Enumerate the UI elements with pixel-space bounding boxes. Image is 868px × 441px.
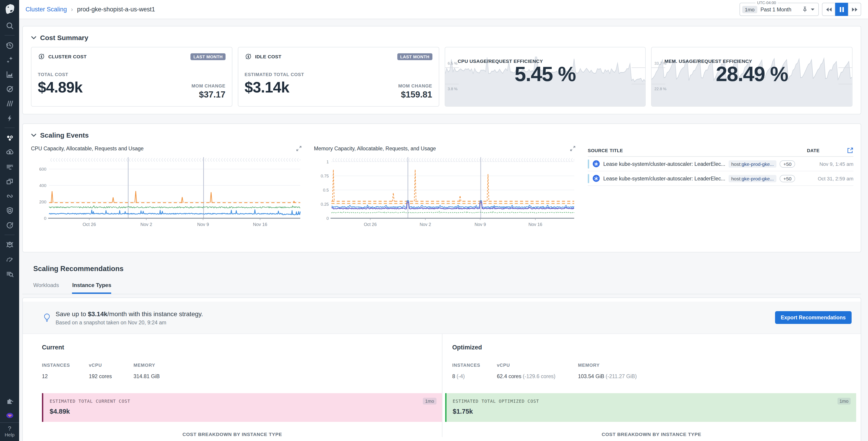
optimized-section: Optimized INSTANCES vCPU MEMORY 8 (-4) 6… bbox=[442, 334, 861, 392]
host-tag[interactable]: host:gke-prod-gke... bbox=[728, 175, 777, 182]
svg-text:0: 0 bbox=[44, 216, 46, 221]
more-tags-pill[interactable]: +50 bbox=[780, 160, 795, 167]
link-infinity-icon bbox=[5, 192, 14, 200]
period-badge: 1mo bbox=[837, 398, 851, 405]
sidebar-item-log-explorer[interactable] bbox=[0, 266, 19, 281]
event-accent-bar bbox=[588, 174, 589, 183]
sidebar-divider bbox=[5, 234, 14, 235]
more-tags-pill[interactable]: +50 bbox=[780, 175, 795, 182]
sidebar-item-error-tracking[interactable] bbox=[0, 238, 19, 252]
event-row[interactable]: Lease kube-system/cluster-autoscaler: Le… bbox=[588, 157, 854, 171]
shield-icon bbox=[5, 206, 14, 215]
idle-cost-title: IDLE COST bbox=[255, 54, 282, 59]
cost-summary-collapse-chevron[interactable] bbox=[31, 36, 36, 39]
time-range-picker[interactable]: UTC-04:00 1mo Past 1 Month bbox=[739, 3, 819, 16]
svg-text:0: 0 bbox=[327, 216, 329, 221]
cpu-eff-low-tick: 3.8 % bbox=[448, 87, 458, 91]
mem-efficiency-title: MEM. USAGE/REQUEST EFFICIENCY bbox=[658, 53, 752, 64]
sidebar-item-dashboards[interactable] bbox=[0, 96, 19, 111]
sidebar-item-search[interactable] bbox=[0, 18, 19, 33]
datadog-logo[interactable] bbox=[0, 0, 19, 18]
optimized-memory-value: 103.54 GiB (-211.27 GiB) bbox=[578, 374, 861, 379]
event-title: Lease kube-system/cluster-autoscaler: Le… bbox=[603, 161, 725, 166]
external-link-icon[interactable] bbox=[847, 147, 854, 154]
expand-chart-icon[interactable] bbox=[296, 145, 302, 152]
current-title: Current bbox=[42, 344, 442, 351]
watchdog-target-icon bbox=[5, 85, 14, 93]
svg-text:Nov 9: Nov 9 bbox=[474, 222, 486, 227]
scaling-recommendations-title: Scaling Recommendations bbox=[33, 265, 123, 273]
export-recommendations-button[interactable]: Export Recommendations bbox=[775, 311, 851, 324]
timezone-label: UTC-04:00 bbox=[755, 0, 778, 5]
sidebar-item-watchdog[interactable] bbox=[0, 82, 19, 96]
sidebar-item-integrations[interactable] bbox=[0, 393, 19, 408]
bug-cube-icon bbox=[5, 240, 14, 249]
sidebar-item-logs[interactable] bbox=[0, 159, 19, 174]
page-content: Cost Summary CLUSTER COST LAST MONTH TOT… bbox=[19, 19, 868, 441]
scaling-events-collapse-chevron[interactable] bbox=[31, 133, 36, 137]
help-button[interactable]: ? Help bbox=[0, 422, 19, 441]
datadog-dog-icon bbox=[4, 3, 16, 15]
event-row[interactable]: Lease kube-system/cluster-autoscaler: Le… bbox=[588, 171, 854, 186]
memory-capacity-chart[interactable]: 00.250.50.751Oct 26Nov 2Nov 9Nov 16 bbox=[314, 153, 576, 230]
sidebar-item-metrics[interactable] bbox=[0, 67, 19, 82]
svg-text:1: 1 bbox=[327, 159, 329, 164]
time-forward-button[interactable] bbox=[848, 3, 861, 16]
breadcrumb-page-name: prod-gke-shopist-a-us-west1 bbox=[77, 6, 155, 13]
expand-chart-icon[interactable] bbox=[569, 145, 576, 152]
sidebar-item-service-map[interactable] bbox=[0, 189, 19, 203]
sidebar-item-bits-avatar[interactable] bbox=[0, 408, 19, 422]
kubernetes-icon bbox=[592, 160, 600, 168]
sidebar-item-apm[interactable] bbox=[0, 174, 19, 189]
layers-icon bbox=[5, 99, 14, 108]
sidebar-item-workflows[interactable] bbox=[0, 218, 19, 232]
app-sidebar: ? Help bbox=[0, 0, 19, 441]
sidebar-item-containers-active[interactable] bbox=[0, 130, 19, 145]
current-instances-value: 12 bbox=[42, 374, 89, 379]
current-cost-column: ESTIMATED TOTAL CURRENT COST 1mo $4.89k … bbox=[23, 392, 442, 437]
event-accent-bar bbox=[588, 159, 589, 168]
svg-text:Oct 26: Oct 26 bbox=[364, 222, 377, 227]
mem-eff-low-tick: 22.8 % bbox=[654, 87, 666, 91]
instance-types-card: Save up to $3.14k/month with this instan… bbox=[22, 297, 861, 441]
cpu-capacity-chart-block: CPU Capacity, Allocatable, Requests and … bbox=[31, 143, 302, 230]
pin-icon[interactable] bbox=[802, 6, 808, 12]
vcpu-label: vCPU bbox=[497, 363, 578, 368]
svg-text:400: 400 bbox=[39, 183, 46, 188]
scaling-events-table: SOURCE TITLE DATE Lease kube-system/clus… bbox=[588, 145, 854, 230]
sidebar-item-events[interactable] bbox=[0, 111, 19, 125]
tab-workloads[interactable]: Workloads bbox=[33, 282, 59, 294]
time-nav-buttons bbox=[822, 3, 861, 16]
svg-text:0.25: 0.25 bbox=[321, 202, 329, 207]
host-tag[interactable]: host:gke-prod-gke... bbox=[728, 160, 777, 167]
mom-change-value: $159.81 bbox=[398, 90, 432, 100]
optimized-cost-row: ESTIMATED TOTAL OPTIMIZED COST 1mo $1.75… bbox=[445, 393, 856, 422]
current-breakdown-label: COST BREAKDOWN BY INSTANCE TYPE bbox=[23, 432, 442, 437]
tab-instance-types[interactable]: Instance Types bbox=[72, 282, 112, 294]
svg-text:Nov 16: Nov 16 bbox=[528, 222, 542, 227]
cpu-capacity-chart[interactable]: 0200400600Oct 26Nov 2Nov 9Nov 16 bbox=[31, 153, 302, 230]
savings-message: Save up to $3.14k/month with this instan… bbox=[56, 310, 203, 317]
sidebar-item-history[interactable] bbox=[0, 38, 19, 53]
memory-capacity-chart-block: Memory Capacity, Allocatable, Requests, … bbox=[314, 143, 576, 230]
svg-text:Nov 2: Nov 2 bbox=[140, 222, 152, 227]
chevron-down-icon[interactable] bbox=[811, 8, 815, 11]
mem-efficiency-card: MEM. USAGE/REQUEST EFFICIENCY 33.7 % 22.… bbox=[651, 47, 853, 106]
search-list-icon bbox=[5, 270, 14, 278]
sidebar-item-cloud-cost[interactable] bbox=[0, 145, 19, 159]
time-pause-button[interactable] bbox=[835, 3, 848, 16]
svg-text:Oct 26: Oct 26 bbox=[83, 222, 96, 227]
time-range-badge: 1mo bbox=[742, 6, 757, 13]
sidebar-item-performance[interactable] bbox=[0, 252, 19, 266]
refresh-sparkle-icon bbox=[5, 221, 14, 229]
top-bar: Cluster Scaling › prod-gke-shopist-a-us-… bbox=[19, 0, 868, 19]
sidebar-item-copilot[interactable] bbox=[0, 53, 19, 67]
cost-summary-panel: Cost Summary CLUSTER COST LAST MONTH TOT… bbox=[22, 26, 861, 114]
cpu-efficiency-card: CPU USAGE/REQUEST EFFICIENCY 6.5 % 3.8 %… bbox=[444, 47, 646, 106]
time-back-button[interactable] bbox=[822, 3, 835, 16]
breadcrumb-cluster-scaling[interactable]: Cluster Scaling bbox=[26, 6, 67, 13]
memory-chart-title: Memory Capacity, Allocatable, Requests, … bbox=[314, 146, 436, 151]
event-date: Nov 9, 1:45 am bbox=[819, 161, 854, 166]
hexagons-icon bbox=[5, 133, 14, 142]
sidebar-item-security[interactable] bbox=[0, 203, 19, 218]
